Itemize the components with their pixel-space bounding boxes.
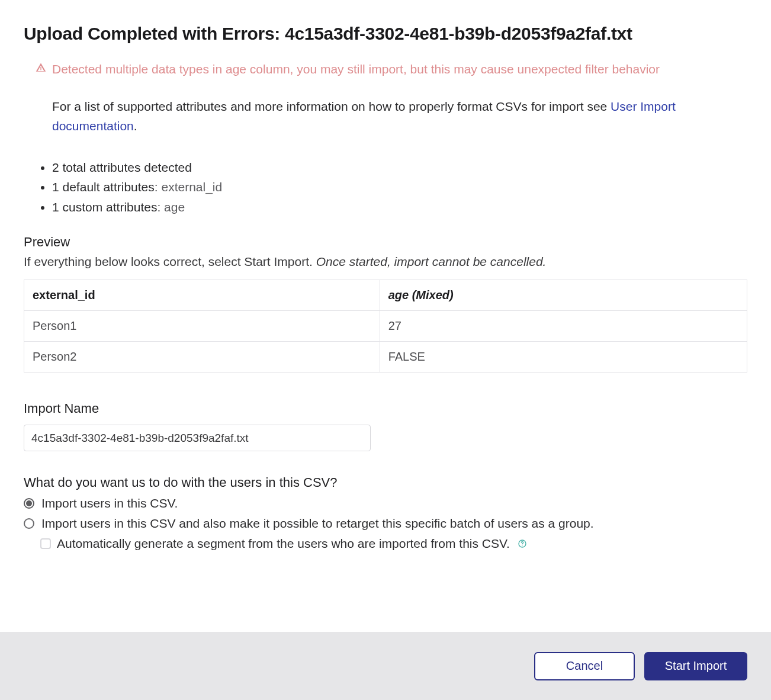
import-name-input[interactable] (24, 425, 371, 451)
cell-age: 27 (380, 311, 747, 342)
radio-option-import-retarget[interactable]: Import users in this CSV and also make i… (24, 516, 747, 531)
info-prefix: For a list of supported attributes and m… (52, 99, 611, 113)
col-age: age (Mixed) (380, 280, 747, 311)
cell-age: FALSE (380, 342, 747, 373)
svg-point-1 (522, 545, 522, 546)
import-name-label: Import Name (24, 401, 747, 416)
warning-banner: Detected multiple data types in age colu… (24, 60, 747, 78)
cell-external-id: Person2 (24, 342, 380, 373)
question-heading: What do you want us to do with the users… (24, 475, 747, 490)
start-import-button[interactable]: Start Import (644, 652, 747, 680)
checkbox-label: Automatically generate a segment from th… (57, 537, 510, 551)
page-title: Upload Completed with Errors: 4c15a3df-3… (24, 24, 747, 44)
radio-label: Import users in this CSV and also make i… (41, 516, 594, 531)
preview-table: external_id age (Mixed) Person1 27 Perso… (24, 280, 747, 373)
radio-icon (24, 498, 34, 509)
attr-custom: 1 custom attributes: age (52, 197, 747, 217)
help-icon[interactable] (517, 538, 528, 549)
table-row: Person1 27 (24, 311, 747, 342)
cell-external-id: Person1 (24, 311, 380, 342)
attr-total: 2 total attributes detected (52, 158, 747, 178)
checkbox-icon (40, 538, 51, 549)
col-external-id: external_id (24, 280, 380, 311)
cancel-button[interactable]: Cancel (534, 652, 635, 680)
info-suffix: . (134, 119, 137, 133)
attributes-list: 2 total attributes detected 1 default at… (24, 158, 747, 217)
attr-default: 1 default attributes: external_id (52, 177, 747, 197)
auto-segment-row[interactable]: Automatically generate a segment from th… (24, 537, 747, 551)
info-text: For a list of supported attributes and m… (24, 97, 747, 136)
warning-text: Detected multiple data types in age colu… (52, 60, 660, 78)
warning-icon (36, 62, 46, 76)
radio-option-import[interactable]: Import users in this CSV. (24, 496, 747, 510)
preview-subtext: If everything below looks correct, selec… (24, 255, 747, 269)
radio-label: Import users in this CSV. (41, 496, 178, 510)
table-header-row: external_id age (Mixed) (24, 280, 747, 311)
footer-bar: Cancel Start Import (0, 632, 771, 700)
table-row: Person2 FALSE (24, 342, 747, 373)
radio-icon (24, 518, 34, 529)
preview-heading: Preview (24, 235, 747, 250)
